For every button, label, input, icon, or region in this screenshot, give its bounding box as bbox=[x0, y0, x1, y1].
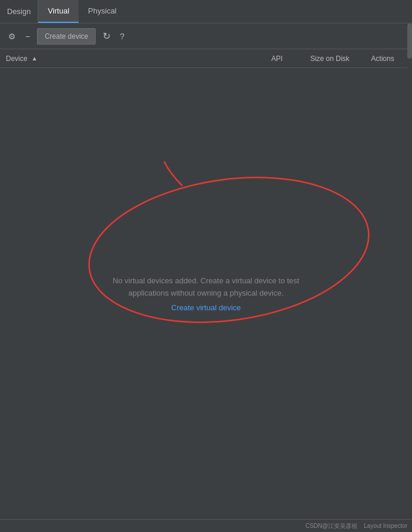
column-actions[interactable]: Actions bbox=[359, 55, 406, 63]
sort-arrow-icon: ▲ bbox=[32, 55, 38, 62]
tab-virtual-label: Virtual bbox=[48, 6, 69, 15]
refresh-button[interactable]: ↻ bbox=[100, 28, 113, 44]
status-bar: CSDN@江安吴彦祖 Layout Inspector bbox=[0, 519, 412, 532]
tab-virtual[interactable]: Virtual bbox=[38, 0, 79, 23]
tab-physical[interactable]: Physical bbox=[79, 0, 126, 23]
column-header: Device ▲ API Size on Disk Actions bbox=[0, 49, 412, 68]
gear-icon: ⚙ bbox=[8, 32, 16, 41]
tab-design-label: Design bbox=[7, 7, 31, 16]
column-size-label: Size on Disk bbox=[310, 55, 350, 63]
column-size[interactable]: Size on Disk bbox=[300, 55, 359, 63]
settings-button[interactable]: ⚙ bbox=[6, 29, 18, 43]
column-api-label: API bbox=[271, 55, 282, 63]
top-tab-bar: Design Virtual Physical bbox=[0, 0, 412, 23]
scrollbar-track bbox=[407, 23, 412, 519]
tab-design[interactable]: Design bbox=[0, 0, 38, 23]
help-icon: ? bbox=[120, 32, 124, 41]
empty-state-message: No virtual devices added. Create a virtu… bbox=[94, 275, 318, 300]
column-device[interactable]: Device ▲ bbox=[6, 55, 254, 63]
scrollbar-thumb[interactable] bbox=[407, 23, 412, 59]
main-content-area: No virtual devices added. Create a virtu… bbox=[0, 68, 412, 519]
minus-icon: − bbox=[25, 32, 30, 41]
column-actions-label: Actions bbox=[371, 55, 394, 63]
tab-physical-label: Physical bbox=[88, 6, 116, 15]
status-text: CSDN@江安吴彦祖 Layout Inspector bbox=[305, 522, 407, 530]
create-device-label: Create device bbox=[45, 32, 88, 40]
toolbar: ⚙ − Create device ↻ ? bbox=[0, 23, 412, 49]
column-device-label: Device bbox=[6, 55, 28, 63]
column-api[interactable]: API bbox=[254, 55, 300, 63]
create-device-button[interactable]: Create device bbox=[37, 28, 96, 45]
create-virtual-device-link[interactable]: Create virtual device bbox=[94, 303, 318, 312]
svg-point-0 bbox=[80, 161, 379, 339]
minus-button[interactable]: − bbox=[23, 29, 32, 43]
help-button[interactable]: ? bbox=[117, 29, 127, 43]
empty-state: No virtual devices added. Create a virtu… bbox=[94, 275, 318, 312]
refresh-icon: ↻ bbox=[103, 31, 110, 42]
